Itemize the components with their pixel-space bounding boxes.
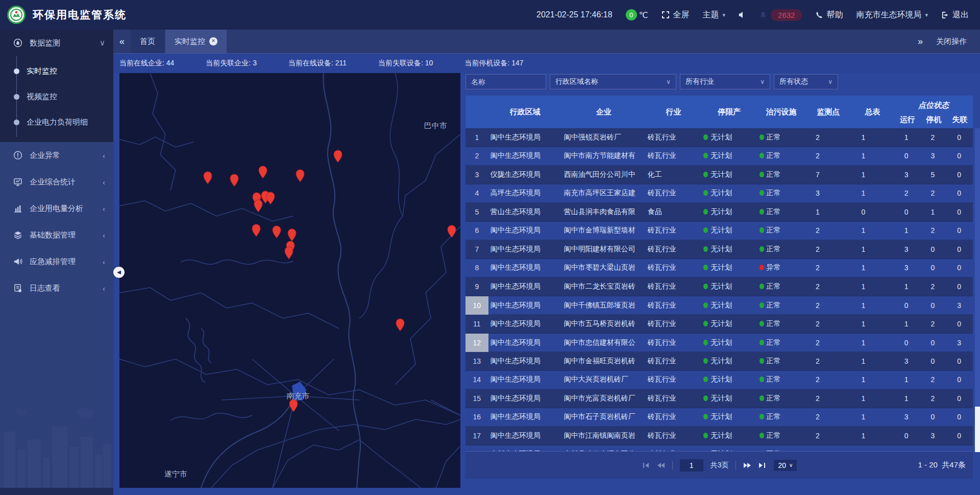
first-page-button[interactable] [642,462,650,468]
tabs-scroll-right-button[interactable]: » [918,36,923,47]
map-pin-icon[interactable] [284,245,294,260]
status-dot-icon [703,302,708,308]
mute-button[interactable] [739,11,746,18]
scrollbar-thumb[interactable] [975,407,980,452]
tab-close-icon[interactable]: × [209,37,217,45]
cell-industry: 砖瓦行业 [646,263,701,272]
sidebar-item-6[interactable]: 日志查看 ‹ [0,275,113,301]
cell-index: 5 [465,208,488,216]
map-pin-icon[interactable] [295,168,305,182]
table-row[interactable]: 7 阆中生态环境局 阆中明阳建材有限公司 砖瓦行业 无计划 正常 2 1 3 0… [465,240,973,259]
table-scrollbar[interactable] [975,128,980,452]
table-row[interactable]: 8 阆中生态环境局 阆中市枣碧大梁山页岩 砖瓦行业 无计划 异常 2 1 3 0… [465,259,973,278]
prev-page-button[interactable] [657,462,665,468]
sidebar-item-5[interactable]: 应急减排管理 ‹ [0,248,113,275]
cell-running: 0 [894,301,921,310]
sidebar-item-2[interactable]: 企业综合统计 ‹ [0,169,113,195]
col-running: 运行 [894,115,921,125]
table-row[interactable]: 3 仪陇生态环境局 西南油气田分公司川中 化工 无计划 正常 7 1 3 5 0 [465,166,973,184]
cell-stopped: 0 [921,357,947,365]
col-region: 行政区域 [488,107,562,117]
tabs-scroll-left-button[interactable]: « [113,30,131,53]
cell-pollution-facility: 正常 [757,170,805,179]
tab-实时监控[interactable]: 实时监控× [165,30,227,53]
map-collapse-button[interactable]: ◀ [113,267,125,278]
temperature-unit: ℃ [639,10,648,20]
table-row[interactable]: 4 高坪生态环境局 南充市高坪区王家店建 砖瓦行业 无计划 正常 3 1 2 2… [465,184,973,203]
industry-filter-select[interactable]: 所有行业 ∨ [680,74,770,89]
cell-industry: 食品 [646,207,701,217]
logout-button[interactable]: 退出 [941,10,969,20]
cell-monitor-points: 2 [805,264,851,272]
table-row[interactable]: 14 阆中生态环境局 阆中大兴页岩机砖厂 砖瓦行业 无计划 正常 2 1 1 2… [465,371,973,390]
status-dot-icon [703,265,708,270]
map-basemap [119,73,460,488]
user-menu[interactable]: 南充市生态环境局 ▾ [856,10,928,20]
cell-index: 16 [465,413,488,421]
theme-menu[interactable]: 主题 ▾ [703,10,726,20]
sidebar-item-0[interactable]: 数据监测 ∨ [0,30,113,56]
status-dot-icon [703,209,708,215]
table-row[interactable]: 13 阆中生态环境局 阆中市金福旺页岩机砖 砖瓦行业 无计划 正常 2 1 3 … [465,352,973,371]
map-pin-icon[interactable] [272,224,282,239]
table-row[interactable]: 16 阆中生态环境局 阆中市石子页岩机砖厂 砖瓦行业 无计划 正常 2 1 3 … [465,408,973,427]
col-company: 企业 [562,107,646,117]
bell-icon [759,11,767,19]
next-page-button[interactable] [743,462,751,468]
map-pin-icon[interactable] [288,398,299,412]
record-range-label: 1 - 20 共47条 [918,460,966,470]
sidebar-subitem[interactable]: 视频监控 [0,84,113,109]
page-number-input[interactable] [680,459,703,472]
sidebar-item-4[interactable]: 基础数据管理 ‹ [0,222,113,248]
chevron-left-icon: ‹ [103,204,105,213]
cell-running: 0 [894,152,921,160]
sidebar-subitem[interactable]: 实时监控 [0,58,113,84]
col-pollution-facility: 治污设施 [757,107,805,117]
sidebar-item-1[interactable]: 企业异常 ‹ [0,142,113,169]
close-operations-button[interactable]: 关闭操作 [936,37,967,46]
table-row[interactable]: 9 阆中生态环境局 阆中市二龙长宝页岩砖 砖瓦行业 无计划 正常 2 1 1 2… [465,277,973,296]
table-row[interactable]: 12 阆中生态环境局 阆中市忠信建材有限公 砖瓦行业 无计划 正常 2 1 0 … [465,334,973,352]
table-row[interactable]: 15 阆中生态环境局 阆中市光富页岩机砖厂 砖瓦行业 无计划 正常 2 1 1 … [465,389,973,408]
cell-industry: 砖瓦行业 [646,394,701,403]
region-filter-select[interactable]: 行政区域名称 ∨ [550,74,676,89]
name-filter-input[interactable] [465,74,546,89]
sidebar-subitem[interactable]: 企业电力负荷明细 [0,109,113,135]
table-row[interactable]: 17 阆中生态环境局 阆中市江南镇阆南页岩 砖瓦行业 无计划 正常 2 1 0 … [465,427,973,445]
table-row[interactable]: 10 阆中生态环境局 阆中千佛镇五郎垭页岩 砖瓦行业 无计划 正常 2 1 0 … [465,296,973,315]
page-size-select[interactable]: 20 ∨ [774,460,797,471]
last-page-button[interactable] [758,462,767,468]
table-row[interactable]: 1 阆中生态环境局 阆中强锐页岩砖厂 砖瓦行业 无计划 正常 2 1 1 2 0 [465,128,973,147]
cell-index: 1 [465,133,488,142]
map-pin-icon[interactable] [265,191,276,205]
col-monitor-points: 监测点 [805,107,851,117]
map-pin-icon[interactable] [203,170,213,184]
map-pin-icon[interactable] [258,164,268,179]
help-button[interactable]: 帮助 [815,10,843,20]
map-pin-icon[interactable] [253,198,263,213]
fullscreen-button[interactable]: 全屏 [662,10,690,20]
sidebar-group: 基础数据管理 ‹ [0,222,113,248]
map-pin-icon[interactable] [229,173,239,187]
cell-disconnected: 0 [947,245,973,253]
map-panel[interactable]: 巴中市南充市遂宁市 [119,73,460,488]
cell-company: 阆中市南方节能建材有 [562,151,646,160]
tab-首页[interactable]: 首页 [131,30,164,53]
cell-stopped: 2 [921,226,947,234]
map-pin-icon[interactable] [447,224,457,238]
table-row[interactable]: 11 阆中生态环境局 阆中市五马桥页岩机砖 砖瓦行业 无计划 正常 2 1 1 … [465,315,973,334]
table-row[interactable]: 2 阆中生态环境局 阆中市南方节能建材有 砖瓦行业 无计划 正常 2 1 0 3… [465,147,973,166]
map-pin-icon[interactable] [251,223,261,237]
cell-pollution-facility: 正常 [757,375,805,384]
table-body: 1 阆中生态环境局 阆中强锐页岩砖厂 砖瓦行业 无计划 正常 2 1 1 2 0… [465,128,973,452]
cell-stopped: 0 [921,413,947,421]
status-filter-select[interactable]: 所有状态 ∨ [774,74,838,89]
sidebar-item-3[interactable]: 企业用电量分析 ‹ [0,195,113,222]
cell-total-meter: 1 [851,189,894,197]
table-row[interactable]: 6 阆中生态环境局 阆中市金博瑞新型墙材 砖瓦行业 无计划 正常 2 1 1 2… [465,222,973,241]
table-row[interactable]: 5 营山生态环境局 营山县润丰肉食品有限 食品 无计划 正常 1 0 0 1 0 [465,203,973,222]
map-pin-icon[interactable] [333,149,343,163]
notifications[interactable]: 2632 [759,9,802,21]
status-dot-icon [703,153,708,158]
map-pin-icon[interactable] [395,317,405,332]
